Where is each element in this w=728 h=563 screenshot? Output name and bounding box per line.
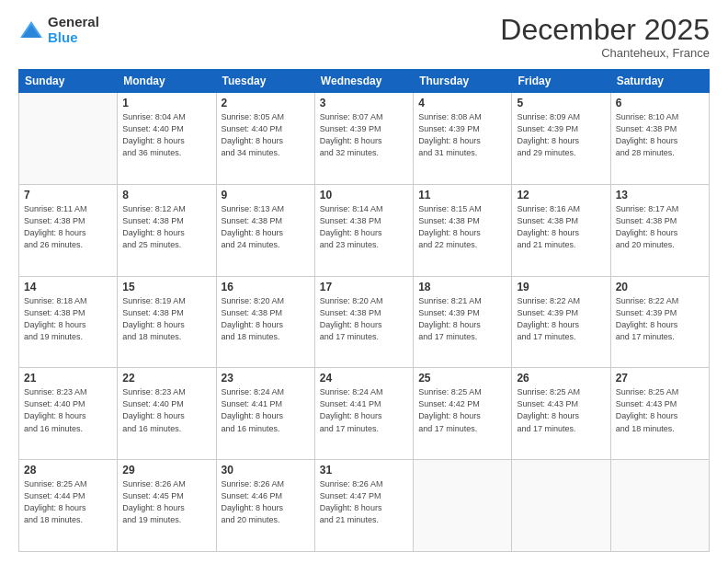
day-detail: Sunrise: 8:08 AMSunset: 4:39 PMDaylight:… bbox=[418, 111, 506, 159]
calendar-cell: 2Sunrise: 8:05 AMSunset: 4:40 PMDaylight… bbox=[216, 93, 314, 185]
calendar-week-row: 7Sunrise: 8:11 AMSunset: 4:38 PMDaylight… bbox=[19, 184, 710, 276]
column-header-friday: Friday bbox=[512, 70, 610, 93]
day-number: 31 bbox=[320, 464, 408, 477]
day-number: 18 bbox=[418, 281, 506, 293]
calendar-cell: 5Sunrise: 8:09 AMSunset: 4:39 PMDaylight… bbox=[512, 93, 610, 185]
page: General Blue December 2025 Chanteheux, F… bbox=[0, 0, 728, 563]
calendar-cell: 10Sunrise: 8:14 AMSunset: 4:38 PMDayligh… bbox=[314, 184, 413, 276]
day-number: 26 bbox=[517, 372, 605, 385]
day-number: 5 bbox=[517, 97, 605, 109]
day-number: 10 bbox=[320, 189, 408, 201]
day-detail: Sunrise: 8:20 AMSunset: 4:38 PMDaylight:… bbox=[320, 295, 408, 343]
logo-icon bbox=[18, 17, 44, 43]
day-number: 9 bbox=[222, 189, 310, 201]
day-number: 1 bbox=[122, 97, 210, 109]
day-number: 13 bbox=[616, 189, 704, 201]
day-detail: Sunrise: 8:25 AMSunset: 4:43 PMDaylight:… bbox=[616, 386, 704, 434]
day-detail: Sunrise: 8:07 AMSunset: 4:39 PMDaylight:… bbox=[320, 111, 408, 159]
day-detail: Sunrise: 8:26 AMSunset: 4:46 PMDaylight:… bbox=[222, 478, 310, 526]
day-detail: Sunrise: 8:14 AMSunset: 4:38 PMDaylight:… bbox=[320, 203, 408, 251]
calendar-cell: 12Sunrise: 8:16 AMSunset: 4:38 PMDayligh… bbox=[512, 184, 610, 276]
day-detail: Sunrise: 8:09 AMSunset: 4:39 PMDaylight:… bbox=[517, 111, 605, 159]
day-detail: Sunrise: 8:12 AMSunset: 4:38 PMDaylight:… bbox=[122, 203, 210, 251]
calendar-cell: 18Sunrise: 8:21 AMSunset: 4:39 PMDayligh… bbox=[414, 276, 512, 368]
calendar-cell: 17Sunrise: 8:20 AMSunset: 4:38 PMDayligh… bbox=[314, 276, 413, 368]
day-number: 23 bbox=[222, 372, 310, 385]
month-title: December 2025 bbox=[500, 15, 710, 44]
calendar-table: SundayMondayTuesdayWednesdayThursdayFrid… bbox=[18, 69, 710, 552]
day-number: 17 bbox=[320, 281, 408, 293]
calendar-week-row: 28Sunrise: 8:25 AMSunset: 4:44 PMDayligh… bbox=[19, 460, 710, 552]
day-detail: Sunrise: 8:26 AMSunset: 4:45 PMDaylight:… bbox=[122, 478, 210, 526]
day-detail: Sunrise: 8:19 AMSunset: 4:38 PMDaylight:… bbox=[122, 295, 210, 343]
calendar-cell: 24Sunrise: 8:24 AMSunset: 4:41 PMDayligh… bbox=[314, 368, 413, 460]
day-detail: Sunrise: 8:21 AMSunset: 4:39 PMDaylight:… bbox=[418, 295, 506, 343]
column-header-saturday: Saturday bbox=[610, 70, 709, 93]
calendar-cell: 21Sunrise: 8:23 AMSunset: 4:40 PMDayligh… bbox=[19, 368, 118, 460]
logo-general: General bbox=[48, 15, 99, 30]
day-detail: Sunrise: 8:22 AMSunset: 4:39 PMDaylight:… bbox=[616, 295, 704, 343]
day-detail: Sunrise: 8:18 AMSunset: 4:38 PMDaylight:… bbox=[24, 295, 112, 343]
day-number: 3 bbox=[320, 97, 408, 109]
day-number: 27 bbox=[616, 372, 704, 385]
title-block: December 2025 Chanteheux, France bbox=[500, 15, 710, 60]
day-detail: Sunrise: 8:24 AMSunset: 4:41 PMDaylight:… bbox=[320, 386, 408, 434]
day-detail: Sunrise: 8:11 AMSunset: 4:38 PMDaylight:… bbox=[24, 203, 112, 251]
calendar-cell: 30Sunrise: 8:26 AMSunset: 4:46 PMDayligh… bbox=[216, 460, 314, 552]
column-header-sunday: Sunday bbox=[19, 70, 118, 93]
day-detail: Sunrise: 8:15 AMSunset: 4:38 PMDaylight:… bbox=[418, 203, 506, 251]
calendar-cell bbox=[512, 460, 610, 552]
day-detail: Sunrise: 8:05 AMSunset: 4:40 PMDaylight:… bbox=[222, 111, 310, 159]
calendar-cell bbox=[19, 93, 118, 185]
calendar-cell: 23Sunrise: 8:24 AMSunset: 4:41 PMDayligh… bbox=[216, 368, 314, 460]
column-header-tuesday: Tuesday bbox=[216, 70, 314, 93]
calendar-cell: 4Sunrise: 8:08 AMSunset: 4:39 PMDaylight… bbox=[414, 93, 512, 185]
day-number: 29 bbox=[122, 464, 210, 477]
column-header-wednesday: Wednesday bbox=[314, 70, 413, 93]
day-detail: Sunrise: 8:04 AMSunset: 4:40 PMDaylight:… bbox=[122, 111, 210, 159]
calendar-header-row: SundayMondayTuesdayWednesdayThursdayFrid… bbox=[19, 70, 710, 93]
calendar-cell: 22Sunrise: 8:23 AMSunset: 4:40 PMDayligh… bbox=[118, 368, 216, 460]
day-number: 19 bbox=[517, 281, 605, 293]
day-number: 20 bbox=[616, 281, 704, 293]
day-detail: Sunrise: 8:23 AMSunset: 4:40 PMDaylight:… bbox=[122, 386, 210, 434]
calendar-cell: 16Sunrise: 8:20 AMSunset: 4:38 PMDayligh… bbox=[216, 276, 314, 368]
calendar-cell bbox=[610, 460, 709, 552]
calendar-cell: 6Sunrise: 8:10 AMSunset: 4:38 PMDaylight… bbox=[610, 93, 709, 185]
logo-text: General Blue bbox=[48, 15, 99, 45]
day-number: 16 bbox=[222, 281, 310, 293]
calendar-cell: 29Sunrise: 8:26 AMSunset: 4:45 PMDayligh… bbox=[118, 460, 216, 552]
day-number: 22 bbox=[122, 372, 210, 385]
day-number: 14 bbox=[24, 281, 112, 293]
day-number: 11 bbox=[418, 189, 506, 201]
calendar-cell: 14Sunrise: 8:18 AMSunset: 4:38 PMDayligh… bbox=[19, 276, 118, 368]
location-subtitle: Chanteheux, France bbox=[500, 46, 710, 60]
calendar-cell: 3Sunrise: 8:07 AMSunset: 4:39 PMDaylight… bbox=[314, 93, 413, 185]
day-number: 8 bbox=[122, 189, 210, 201]
calendar-week-row: 21Sunrise: 8:23 AMSunset: 4:40 PMDayligh… bbox=[19, 368, 710, 460]
day-detail: Sunrise: 8:25 AMSunset: 4:44 PMDaylight:… bbox=[24, 478, 112, 526]
day-detail: Sunrise: 8:22 AMSunset: 4:39 PMDaylight:… bbox=[517, 295, 605, 343]
day-number: 21 bbox=[24, 372, 112, 385]
day-detail: Sunrise: 8:10 AMSunset: 4:38 PMDaylight:… bbox=[616, 111, 704, 159]
day-number: 4 bbox=[418, 97, 506, 109]
day-detail: Sunrise: 8:16 AMSunset: 4:38 PMDaylight:… bbox=[517, 203, 605, 251]
header: General Blue December 2025 Chanteheux, F… bbox=[18, 15, 710, 60]
calendar-cell: 19Sunrise: 8:22 AMSunset: 4:39 PMDayligh… bbox=[512, 276, 610, 368]
calendar-cell: 31Sunrise: 8:26 AMSunset: 4:47 PMDayligh… bbox=[314, 460, 413, 552]
day-number: 28 bbox=[24, 464, 112, 477]
day-detail: Sunrise: 8:25 AMSunset: 4:42 PMDaylight:… bbox=[418, 386, 506, 434]
column-header-thursday: Thursday bbox=[414, 70, 512, 93]
calendar-cell: 27Sunrise: 8:25 AMSunset: 4:43 PMDayligh… bbox=[610, 368, 709, 460]
day-number: 15 bbox=[122, 281, 210, 293]
day-detail: Sunrise: 8:17 AMSunset: 4:38 PMDaylight:… bbox=[616, 203, 704, 251]
day-number: 25 bbox=[418, 372, 506, 385]
column-header-monday: Monday bbox=[118, 70, 216, 93]
calendar-week-row: 1Sunrise: 8:04 AMSunset: 4:40 PMDaylight… bbox=[19, 93, 710, 185]
calendar-cell: 20Sunrise: 8:22 AMSunset: 4:39 PMDayligh… bbox=[610, 276, 709, 368]
calendar-cell: 7Sunrise: 8:11 AMSunset: 4:38 PMDaylight… bbox=[19, 184, 118, 276]
day-number: 2 bbox=[222, 97, 310, 109]
calendar-cell: 1Sunrise: 8:04 AMSunset: 4:40 PMDaylight… bbox=[118, 93, 216, 185]
day-detail: Sunrise: 8:24 AMSunset: 4:41 PMDaylight:… bbox=[222, 386, 310, 434]
calendar-cell: 15Sunrise: 8:19 AMSunset: 4:38 PMDayligh… bbox=[118, 276, 216, 368]
